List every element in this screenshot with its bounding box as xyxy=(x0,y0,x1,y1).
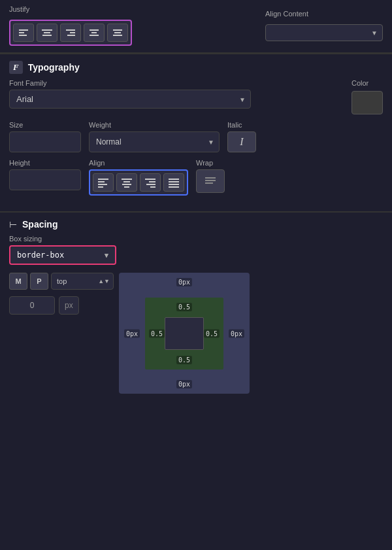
color-picker[interactable] xyxy=(351,91,383,114)
size-group: Size xyxy=(9,121,81,152)
justify-label: Justify xyxy=(9,5,132,13)
box-model-inner-left: 0.5 xyxy=(149,329,165,337)
value-unit-row: px xyxy=(9,296,114,315)
align-label: Align xyxy=(89,159,188,167)
box-model-diagram: 0px 0px 0px 0px 0.5 0.5 0.5 0.5 xyxy=(119,273,250,394)
typography-section-header: F Typography xyxy=(0,54,392,79)
typography-section-title: Typography xyxy=(28,62,80,73)
size-input[interactable] xyxy=(9,131,81,152)
justify-start-button[interactable] xyxy=(13,24,34,42)
direction-wrapper[interactable]: top right bottom left all ▲▼ xyxy=(51,273,114,290)
typography-icon: F xyxy=(9,61,23,74)
p-button[interactable]: P xyxy=(30,273,48,290)
box-model-outer-top: 0px xyxy=(176,278,192,286)
size-weight-row: Size Weight Normal Bold Lighter Italic I xyxy=(9,121,383,152)
height-label: Height xyxy=(9,159,81,167)
font-family-row: Font Family Arial Helvetica Georgia Time… xyxy=(9,79,383,114)
box-model-outer-bottom: 0px xyxy=(176,380,192,388)
size-label: Size xyxy=(9,121,81,129)
spacing-controls: M P top right bottom left all ▲▼ px xyxy=(9,273,114,315)
justify-align-section: Justify xyxy=(0,0,392,53)
align-justify-button[interactable] xyxy=(163,173,184,192)
align-buttons-group xyxy=(89,169,188,196)
weight-group: Weight Normal Bold Lighter xyxy=(89,121,220,152)
height-group: Height xyxy=(9,159,81,190)
weight-select-wrapper[interactable]: Normal Bold Lighter xyxy=(89,131,220,152)
font-family-select[interactable]: Arial Helvetica Georgia Times New Roman … xyxy=(9,90,251,109)
direction-select[interactable]: top right bottom left all xyxy=(51,273,114,290)
height-align-row: Height Align xyxy=(9,159,383,196)
align-content-select-wrapper[interactable]: flex-start flex-end center stretch xyxy=(265,24,383,41)
wrap-button[interactable] xyxy=(196,169,225,193)
spacing-main-row: M P top right bottom left all ▲▼ px xyxy=(9,273,383,394)
justify-center-button[interactable] xyxy=(37,24,57,42)
align-left-button[interactable] xyxy=(93,173,114,192)
italic-symbol: I xyxy=(240,136,243,148)
box-sizing-label: Box sizing xyxy=(9,235,116,243)
box-sizing-select-wrapper[interactable]: border-box content-box ▼ xyxy=(9,245,116,265)
weight-label: Weight xyxy=(89,121,220,129)
align-content-label: Align Content xyxy=(265,10,383,18)
align-center-button[interactable] xyxy=(116,173,137,192)
italic-button[interactable]: I xyxy=(227,131,256,152)
box-model-outer-right: 0px xyxy=(229,329,244,337)
font-family-group: Font Family Arial Helvetica Georgia Time… xyxy=(9,79,251,109)
spacing-icon: ⊢ xyxy=(9,219,17,230)
mp-selector-row: M P top right bottom left all ▲▼ xyxy=(9,273,114,290)
justify-between-button[interactable] xyxy=(84,24,105,42)
height-input[interactable] xyxy=(9,169,81,190)
color-label: Color xyxy=(351,79,383,87)
justify-end-button[interactable] xyxy=(60,24,81,42)
justify-group: Justify xyxy=(9,5,132,46)
box-model-inner-top: 0.5 xyxy=(176,303,192,311)
weight-select[interactable]: Normal Bold Lighter xyxy=(89,131,220,152)
box-model-inner-right: 0.5 xyxy=(204,329,220,337)
font-family-label: Font Family xyxy=(9,79,251,87)
align-right-button[interactable] xyxy=(140,173,161,192)
box-sizing-row: Box sizing border-box content-box ▼ xyxy=(9,235,383,265)
box-model-outer-left: 0px xyxy=(124,329,140,337)
italic-label: Italic xyxy=(227,121,256,129)
justify-around-button[interactable] xyxy=(107,24,128,42)
unit-label: px xyxy=(59,296,79,315)
m-button[interactable]: M xyxy=(9,273,27,290)
wrap-group: Wrap xyxy=(196,159,225,193)
box-sizing-group: Box sizing border-box content-box ▼ xyxy=(9,235,116,265)
box-sizing-select[interactable]: border-box content-box xyxy=(10,247,115,264)
italic-group: Italic I xyxy=(227,121,256,152)
spacing-section-title: Spacing xyxy=(22,219,57,230)
font-family-select-wrapper[interactable]: Arial Helvetica Georgia Times New Roman … xyxy=(9,90,251,109)
spacing-section-header: ⊢ Spacing xyxy=(0,212,392,235)
wrap-label: Wrap xyxy=(196,159,225,167)
box-model-inner-bottom: 0.5 xyxy=(176,356,192,364)
typography-section: Font Family Arial Helvetica Georgia Time… xyxy=(0,79,392,211)
spacing-section: Box sizing border-box content-box ▼ M P … xyxy=(0,235,392,403)
align-group: Align xyxy=(89,159,188,196)
align-content-select[interactable]: flex-start flex-end center stretch xyxy=(265,24,383,41)
box-model-center xyxy=(165,317,204,350)
color-group: Color xyxy=(351,79,383,114)
align-content-group: Align Content flex-start flex-end center… xyxy=(265,10,383,41)
spacing-value-input[interactable] xyxy=(9,296,55,315)
box-model-inner: 0.5 0.5 0.5 0.5 xyxy=(145,298,223,370)
justify-buttons-group xyxy=(9,20,132,46)
